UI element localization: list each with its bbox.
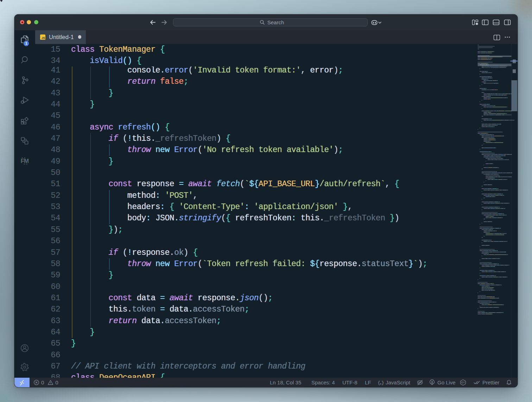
svg-text:}: } [381, 380, 384, 385]
svg-text:C: C [461, 381, 463, 384]
svg-text:FM: FM [21, 158, 29, 164]
svg-text:JS: JS [41, 37, 45, 40]
svg-text:{: { [378, 380, 380, 385]
